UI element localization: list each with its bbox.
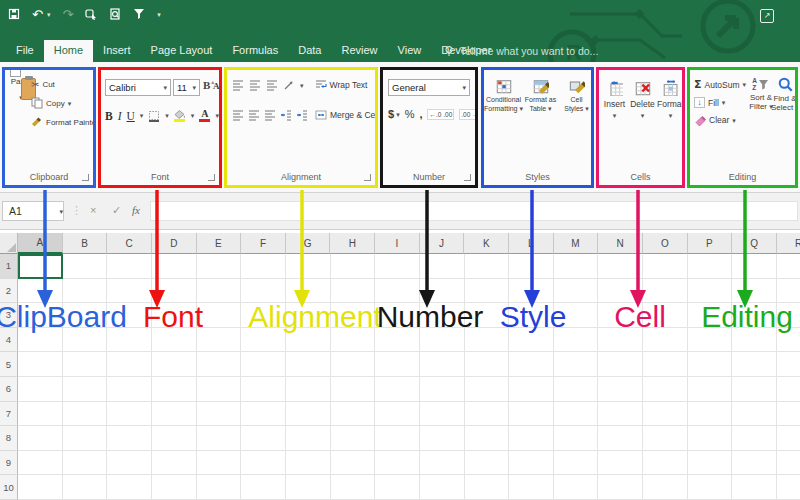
- row-header-3[interactable]: 3: [0, 303, 18, 328]
- font-name-dropdown-icon[interactable]: ▾: [163, 84, 167, 91]
- insert-cells-button[interactable]: Insert ▾: [601, 80, 628, 119]
- number-format-dropdown-icon[interactable]: ▾: [462, 84, 466, 91]
- column-header-h[interactable]: H: [330, 233, 375, 254]
- column-header-o[interactable]: O: [643, 233, 688, 254]
- row-header-7[interactable]: 7: [0, 402, 18, 427]
- cell-styles-button[interactable]: CellStyles ▾: [558, 78, 594, 113]
- cut-button[interactable]: ✂ Cut: [31, 79, 96, 90]
- percent-button[interactable]: %: [405, 108, 415, 120]
- delete-cells-button[interactable]: Delete ▾: [629, 80, 656, 119]
- align-middle-icon[interactable]: [249, 79, 261, 91]
- column-header-l[interactable]: L: [509, 233, 554, 254]
- decrease-indent-icon[interactable]: [280, 109, 292, 121]
- clear-button[interactable]: Clear ▾: [694, 114, 746, 126]
- autosum-dropdown-icon[interactable]: ▾: [742, 81, 746, 88]
- touch-mode-icon[interactable]: [85, 8, 97, 20]
- app-window-icon[interactable]: ↗: [760, 9, 774, 23]
- tab-insert[interactable]: Insert: [93, 40, 141, 62]
- currency-dropdown-icon[interactable]: ▾: [396, 111, 400, 118]
- fill-color-button[interactable]: [174, 110, 186, 122]
- dialog-launcher-icon[interactable]: [464, 174, 471, 181]
- name-box[interactable]: A1 ▾: [2, 201, 64, 221]
- tell-me-box[interactable]: Tell me what you want to do...: [443, 45, 598, 57]
- tab-view[interactable]: View: [388, 40, 432, 62]
- borders-dropdown-icon[interactable]: ▾: [165, 112, 169, 119]
- tab-review[interactable]: Review: [331, 40, 387, 62]
- name-box-dropdown-icon[interactable]: ▾: [59, 208, 63, 215]
- orientation-icon[interactable]: [283, 79, 295, 91]
- borders-icon[interactable]: [148, 110, 160, 122]
- row-header-1[interactable]: 1: [0, 254, 18, 279]
- font-color-dropdown-icon[interactable]: ▾: [215, 112, 219, 119]
- format-dropdown-icon[interactable]: ▾: [669, 112, 673, 119]
- tab-data[interactable]: Data: [288, 40, 331, 62]
- select-all-corner[interactable]: [0, 233, 18, 254]
- fill-button[interactable]: ↓ Fill ▾: [694, 97, 746, 108]
- font-name-select[interactable]: Calibri ▾: [105, 79, 171, 96]
- align-right-icon[interactable]: [264, 109, 276, 121]
- column-header-c[interactable]: C: [107, 233, 152, 254]
- clear-dropdown-icon[interactable]: ▾: [732, 117, 736, 124]
- tab-page-layout[interactable]: Page Layout: [141, 40, 223, 62]
- row-header-9[interactable]: 9: [0, 451, 18, 476]
- column-header-g[interactable]: G: [286, 233, 331, 254]
- row-header-5[interactable]: 5: [0, 352, 18, 377]
- row-header-10[interactable]: 10: [0, 475, 18, 500]
- cells-area[interactable]: [18, 254, 800, 500]
- column-header-q[interactable]: Q: [732, 233, 777, 254]
- row-header-8[interactable]: 8: [0, 426, 18, 451]
- filter-icon[interactable]: [133, 8, 145, 20]
- comma-button[interactable]: ,: [419, 108, 422, 120]
- row-header-2[interactable]: 2: [0, 279, 18, 304]
- formula-input[interactable]: [150, 201, 798, 221]
- conditional-formatting-button[interactable]: ConditionalFormatting ▾: [485, 78, 522, 113]
- row-header-4[interactable]: 4: [0, 328, 18, 353]
- fill-dropdown-icon[interactable]: ▾: [722, 99, 726, 106]
- delete-dropdown-icon[interactable]: ▾: [641, 112, 645, 119]
- decrease-decimal-button[interactable]: .00 →.0: [459, 109, 478, 120]
- redo-icon[interactable]: ↷: [62, 8, 73, 21]
- wrap-text-button[interactable]: Wrap Text: [315, 79, 368, 91]
- increase-decimal-button[interactable]: ←.0 .00: [427, 109, 454, 120]
- italic-button[interactable]: I: [118, 110, 122, 122]
- print-preview-icon[interactable]: [109, 8, 121, 20]
- format-cells-button[interactable]: Format ▾: [657, 80, 684, 119]
- align-center-icon[interactable]: [248, 109, 260, 121]
- copy-button[interactable]: Copy ▾: [31, 97, 96, 109]
- selected-cell-a1[interactable]: [18, 254, 63, 279]
- cancel-icon[interactable]: ×: [90, 205, 96, 216]
- increase-indent-icon[interactable]: [296, 109, 308, 121]
- format-painter-button[interactable]: Format Painter: [31, 116, 96, 128]
- cs-dropdown-icon[interactable]: ▾: [585, 105, 589, 112]
- save-icon[interactable]: [8, 8, 20, 20]
- merge-center-button[interactable]: Merge & Center ▾: [315, 109, 378, 121]
- align-left-icon[interactable]: [232, 109, 244, 121]
- dialog-launcher-icon[interactable]: [82, 174, 89, 181]
- undo-icon[interactable]: ↶: [32, 8, 43, 21]
- tab-file[interactable]: File: [6, 40, 44, 62]
- orientation-dropdown-icon[interactable]: ▾: [300, 82, 304, 89]
- fill-color-dropdown-icon[interactable]: ▾: [191, 112, 195, 119]
- currency-button[interactable]: $: [388, 108, 394, 120]
- row-header-6[interactable]: 6: [0, 377, 18, 402]
- column-header-f[interactable]: F: [241, 233, 286, 254]
- font-size-dropdown-icon[interactable]: ▾: [192, 84, 196, 91]
- column-header-b[interactable]: B: [63, 233, 108, 254]
- undo-dropdown-icon[interactable]: ▾: [47, 11, 51, 18]
- column-header-e[interactable]: E: [197, 233, 242, 254]
- font-size-select[interactable]: 11 ▾: [173, 79, 200, 96]
- column-header-m[interactable]: M: [554, 233, 599, 254]
- column-header-k[interactable]: K: [464, 233, 509, 254]
- column-header-n[interactable]: N: [598, 233, 643, 254]
- dialog-launcher-icon[interactable]: [208, 174, 215, 181]
- find-dropdown-icon[interactable]: ▾: [795, 104, 798, 111]
- enter-icon[interactable]: ✓: [112, 205, 121, 216]
- find-select-button[interactable]: Find &Select ▾: [772, 77, 798, 112]
- copy-dropdown-icon[interactable]: ▾: [68, 100, 72, 107]
- number-format-select[interactable]: General ▾: [388, 79, 470, 96]
- column-header-j[interactable]: J: [420, 233, 465, 254]
- underline-button[interactable]: U: [127, 110, 135, 122]
- align-bottom-icon[interactable]: [266, 79, 278, 91]
- column-header-r[interactable]: R: [777, 233, 800, 254]
- tab-formulas[interactable]: Formulas: [222, 40, 288, 62]
